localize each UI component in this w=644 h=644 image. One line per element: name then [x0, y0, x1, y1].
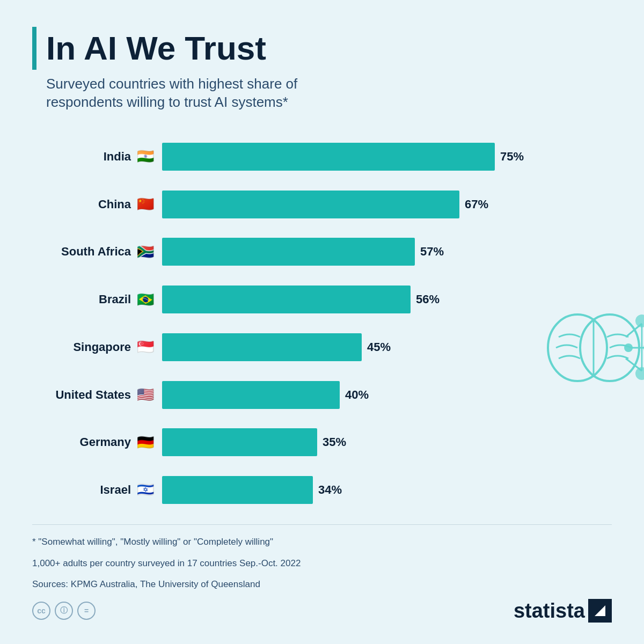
bar-container: 35% [156, 428, 524, 456]
bar-row: China 🇨🇳 67% [32, 186, 524, 223]
country-flag: 🇩🇪 [135, 432, 156, 452]
bar-value: 35% [323, 435, 346, 449]
country-label: Brazil 🇧🇷 [32, 289, 156, 310]
bar-value: 40% [345, 388, 369, 402]
main-title: In AI We Trust [46, 32, 266, 65]
bar-row: South Africa 🇿🇦 57% [32, 233, 524, 270]
footnote3: Sources: KPMG Australia, The University … [32, 577, 612, 591]
country-flag: 🇺🇸 [135, 385, 156, 405]
bar [162, 143, 495, 171]
bar [162, 381, 340, 409]
statista-arrow-box [588, 599, 612, 623]
bar-row: Singapore 🇸🇬 45% [32, 329, 524, 365]
bar-container: 75% [156, 143, 524, 171]
country-label: China 🇨🇳 [32, 194, 156, 215]
bar-value: 56% [416, 292, 440, 306]
bars-section: India 🇮🇳 75% China 🇨🇳 67% South Africa 🇿… [32, 133, 535, 514]
brain-illustration [535, 133, 644, 514]
bar-value: 75% [500, 150, 524, 164]
chart-area: India 🇮🇳 75% China 🇨🇳 67% South Africa 🇿… [32, 133, 612, 514]
footer-bottom: cc ⓘ = statista [32, 599, 612, 623]
country-flag: 🇿🇦 [135, 241, 156, 262]
bar-value: 57% [420, 245, 444, 259]
country-flag: 🇸🇬 [135, 337, 156, 357]
country-label: Germany 🇩🇪 [32, 432, 156, 452]
bar-row: United States 🇺🇸 40% [32, 377, 524, 413]
bar-container: 56% [156, 286, 524, 313]
main-container: In AI We Trust Surveyed countries with h… [0, 0, 644, 644]
bar-value: 34% [318, 483, 342, 497]
country-name: Singapore [73, 340, 131, 354]
svg-point-8 [635, 367, 644, 380]
bar-row: Brazil 🇧🇷 56% [32, 281, 524, 318]
country-label: Israel 🇮🇱 [32, 480, 156, 500]
country-label: United States 🇺🇸 [32, 385, 156, 405]
country-name: South Africa [61, 245, 131, 259]
subtitle: Surveyed countries with highest share of… [46, 75, 612, 112]
bar [162, 191, 459, 218]
license-icons: cc ⓘ = [32, 602, 96, 620]
bar-container: 57% [156, 238, 524, 266]
header: In AI We Trust Surveyed countries with h… [32, 27, 612, 128]
footnote2: 1,000+ adults per country surveyed in 17… [32, 556, 612, 570]
svg-point-4 [635, 314, 644, 327]
title-row: In AI We Trust [32, 27, 612, 70]
bar-row: Germany 🇩🇪 35% [32, 424, 524, 460]
equals-icon: = [77, 602, 96, 620]
footer: * "Somewhat willing", "Mostly willing" o… [32, 524, 612, 623]
bar-container: 45% [156, 333, 524, 361]
country-name: China [98, 197, 131, 211]
bar-row: Israel 🇮🇱 34% [32, 472, 524, 508]
country-name: India [104, 150, 131, 164]
country-label: Singapore 🇸🇬 [32, 337, 156, 357]
svg-marker-11 [595, 605, 605, 616]
bar-value: 67% [465, 197, 488, 211]
country-name: Brazil [99, 292, 131, 306]
bar-container: 67% [156, 191, 524, 218]
country-flag: 🇮🇳 [135, 147, 156, 167]
country-name: Israel [100, 483, 131, 497]
cc-icon: cc [32, 602, 50, 620]
bar-value: 45% [367, 340, 391, 354]
bar [162, 476, 313, 504]
bar [162, 333, 362, 361]
footnote1: * "Somewhat willing", "Mostly willing" o… [32, 535, 612, 549]
bar [162, 286, 411, 313]
bar-container: 34% [156, 476, 524, 504]
country-flag: 🇨🇳 [135, 194, 156, 215]
country-flag: 🇧🇷 [135, 289, 156, 310]
statista-text: statista [514, 599, 585, 623]
country-name: United States [55, 388, 131, 402]
country-name: Germany [80, 435, 131, 449]
svg-point-10 [624, 343, 633, 352]
country-flag: 🇮🇱 [135, 480, 156, 500]
country-label: South Africa 🇿🇦 [32, 241, 156, 262]
info-icon: ⓘ [55, 602, 73, 620]
bar [162, 238, 415, 266]
country-label: India 🇮🇳 [32, 147, 156, 167]
bar [162, 428, 317, 456]
statista-logo: statista [514, 599, 612, 623]
bar-container: 40% [156, 381, 524, 409]
title-accent-bar [32, 27, 36, 70]
bar-row: India 🇮🇳 75% [32, 138, 524, 175]
